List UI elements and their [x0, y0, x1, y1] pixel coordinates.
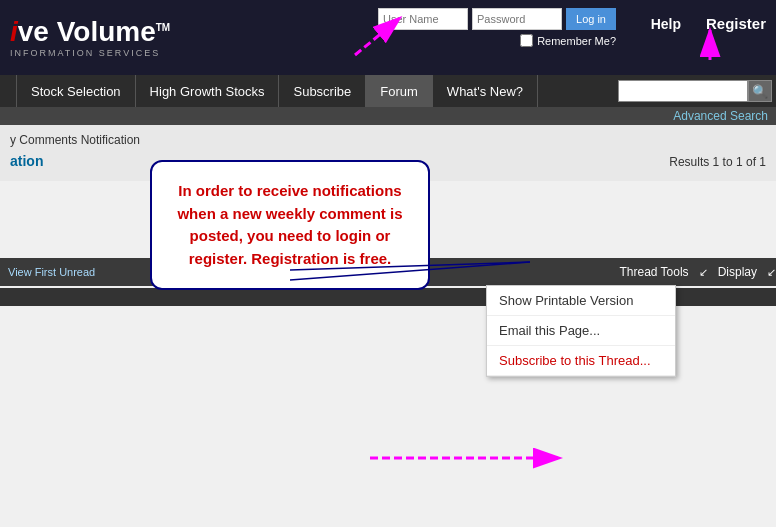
adv-search-bar: Advanced Search: [0, 107, 776, 125]
notification-tooltip: In order to receive notifications when a…: [150, 160, 430, 290]
nav-item-subscribe[interactable]: Subscribe: [279, 75, 366, 107]
logo-sub: INFORMATION SERVICES: [10, 48, 170, 58]
login-button[interactable]: Log in: [566, 8, 616, 30]
nav-search-input[interactable]: [618, 80, 748, 102]
remember-row: Remember Me?: [520, 34, 616, 47]
logo-area: ive VolumeTM INFORMATION SERVICES: [10, 18, 170, 58]
dropdown-printable[interactable]: Show Printable Version: [487, 286, 675, 316]
search-icon: 🔍: [752, 84, 768, 99]
dropdown-subscribe[interactable]: Subscribe to this Thread...: [487, 346, 675, 376]
display-arrow: ↙: [767, 266, 776, 279]
nav-item-forum[interactable]: Forum: [366, 75, 433, 107]
username-input[interactable]: [378, 8, 468, 30]
navbar: Stock Selection High Growth Stocks Subsc…: [0, 75, 776, 107]
page-wrapper: ive VolumeTM INFORMATION SERVICES Log in…: [0, 0, 776, 527]
nav-item-stock-selection[interactable]: Stock Selection: [17, 75, 136, 107]
breadcrumb: y Comments Notification: [10, 133, 766, 147]
logo-text: ive VolumeTM: [10, 18, 170, 46]
login-row: Log in: [378, 8, 616, 30]
nav-item-high-growth[interactable]: High Growth Stocks: [136, 75, 280, 107]
results-text: Results 1 to 1 of 1: [669, 155, 766, 169]
tooltip-text: In order to receive notifications when a…: [177, 182, 402, 267]
thread-tools-dropdown: Show Printable Version Email this Page..…: [486, 285, 676, 377]
content-area: y Comments Notification ation Results 1 …: [0, 125, 776, 181]
thread-tools-arrow: ↙: [699, 266, 708, 279]
nav-item-whats-new[interactable]: What's New?: [433, 75, 538, 107]
display-button[interactable]: Display: [708, 265, 767, 279]
register-link[interactable]: Register: [706, 15, 766, 32]
view-first-link[interactable]: View First Unread: [8, 266, 95, 278]
logo-tm: TM: [156, 21, 170, 32]
dropdown-email[interactable]: Email this Page...: [487, 316, 675, 346]
nav-item-home[interactable]: [0, 75, 17, 107]
header: ive VolumeTM INFORMATION SERVICES Log in…: [0, 0, 776, 75]
nav-search-button[interactable]: 🔍: [748, 80, 772, 102]
advanced-search-link[interactable]: Advanced Search: [673, 109, 768, 123]
remember-checkbox[interactable]: [520, 34, 533, 47]
remember-label: Remember Me?: [537, 35, 616, 47]
thread-tools-button[interactable]: Thread Tools: [609, 265, 698, 279]
help-link[interactable]: Help: [651, 16, 681, 32]
nav-search-area: 🔍: [618, 80, 776, 102]
password-input[interactable]: [472, 8, 562, 30]
